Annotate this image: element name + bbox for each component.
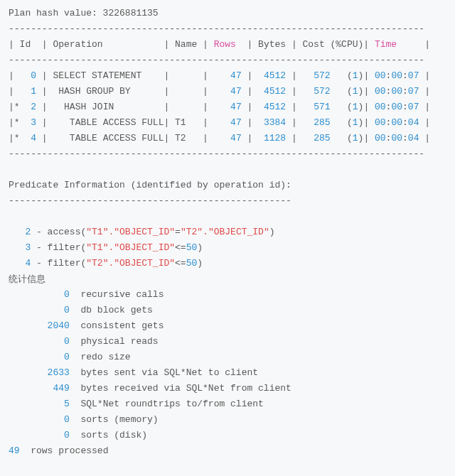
rows-processed: 49 rows processed xyxy=(9,443,446,459)
plan-row: |* 2 | HASH JOIN | | 47 | 4512 | 571 (1)… xyxy=(9,99,446,115)
stat-line: 449 bytes received via SQL*Net from clie… xyxy=(9,381,446,396)
predicate-line: 4 - filter("T2"."OBJECT_ID"<=50) xyxy=(9,256,446,271)
plan-row: |* 4 | TABLE ACCESS FULL| T2 | 47 | 1128… xyxy=(9,131,446,146)
stats-heading: 统计信息 xyxy=(9,271,446,287)
plan-hash-value: Plan hash value: 3226881135 xyxy=(9,6,446,21)
stat-line: 0 physical reads xyxy=(9,334,446,350)
stat-line: 2040 consistent gets xyxy=(9,318,446,334)
plan-row: | 1 | HASH GROUP BY | | 47 | 4512 | 572 … xyxy=(9,84,446,99)
stat-line: 0 db block gets xyxy=(9,303,446,318)
sql-plan-output: Plan hash value: 3226881135-------------… xyxy=(9,6,446,459)
divider: ----------------------------------------… xyxy=(9,193,446,209)
predicate-line: 3 - filter("T1"."OBJECT_ID"<=50) xyxy=(9,240,446,256)
stat-line: 0 sorts (disk) xyxy=(9,428,446,443)
predicate-heading: Predicate Information (identified by ope… xyxy=(9,178,446,193)
stat-line: 0 redo size xyxy=(9,350,446,365)
stat-line: 0 recursive calls xyxy=(9,287,446,303)
stat-line: 2633 bytes sent via SQL*Net to client xyxy=(9,365,446,381)
predicate-line: 2 - access("T1"."OBJECT_ID"="T2"."OBJECT… xyxy=(9,225,446,240)
divider: ----------------------------------------… xyxy=(9,53,446,68)
divider: ----------------------------------------… xyxy=(9,146,446,162)
stat-line: 0 sorts (memory) xyxy=(9,412,446,428)
stat-line: 5 SQL*Net roundtrips to/from client xyxy=(9,396,446,412)
plan-header: | Id | Operation | Name | Rows | Bytes |… xyxy=(9,37,446,53)
plan-row: | 0 | SELECT STATEMENT | | 47 | 4512 | 5… xyxy=(9,68,446,84)
plan-row: |* 3 | TABLE ACCESS FULL| T1 | 47 | 3384… xyxy=(9,115,446,131)
divider: ----------------------------------------… xyxy=(9,21,446,37)
